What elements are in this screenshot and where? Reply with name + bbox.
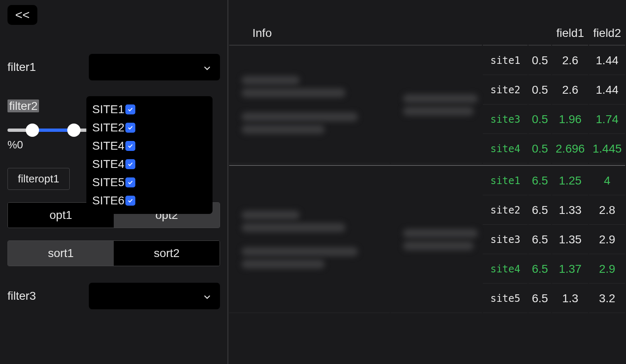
cell-field1: 1.35 [552, 226, 588, 254]
filter1-dropdown-panel: SITE1SITE2SITE4SITE4SITE5SITE6 [86, 96, 213, 214]
cell-site: site5 [483, 284, 528, 313]
dropdown-item-label: SITE4 [92, 158, 125, 171]
dropdown-item-label: SITE4 [92, 139, 125, 153]
table-row[interactable]: site10.52.61.44 [229, 46, 625, 75]
checkbox-checked-icon[interactable] [125, 104, 135, 114]
filter1-select[interactable] [89, 54, 220, 80]
info-cell [229, 46, 390, 163]
sort2-button[interactable]: sort2 [114, 241, 220, 266]
cell-field1: 1.25 [552, 167, 588, 195]
checkbox-checked-icon[interactable] [125, 141, 135, 151]
filter3-label: filter3 [7, 289, 82, 303]
group-separator [229, 164, 625, 166]
cell-site: site2 [483, 76, 528, 104]
cell-site: site1 [483, 167, 528, 195]
cell-field1: 2.6 [552, 76, 588, 104]
cell-v0: 6.5 [528, 196, 551, 225]
cell-field1: 1.96 [552, 105, 588, 134]
cell-site: site2 [483, 196, 528, 225]
cell-field1: 2.6 [552, 46, 588, 75]
cell-v0: 6.5 [528, 255, 551, 284]
table-header: Info field1 field2 [229, 22, 625, 46]
cell-field2: 2.8 [589, 196, 625, 225]
header-info: Info [229, 22, 482, 46]
sort1-button[interactable]: sort1 [8, 241, 114, 266]
info-cell [229, 167, 390, 313]
cell-v0: 6.5 [528, 226, 551, 254]
dropdown-item[interactable]: SITE5 [92, 173, 207, 192]
checkbox-checked-icon[interactable] [125, 177, 135, 187]
data-table: Info field1 field2 site10.52.61.44site20… [228, 21, 626, 314]
cell-site: site4 [483, 135, 528, 163]
cell-site: site1 [483, 46, 528, 75]
cell-field1: 2.696 [552, 135, 588, 163]
checkbox-checked-icon[interactable] [125, 196, 135, 206]
cell-field1: 1.3 [552, 284, 588, 313]
filter1-row: filter1 [7, 54, 220, 80]
cell-v0: 6.5 [528, 284, 551, 313]
dropdown-item[interactable]: SITE1 [92, 100, 207, 119]
cell-site: site4 [483, 255, 528, 284]
filter3-select[interactable] [89, 283, 220, 309]
dropdown-item[interactable]: SITE4 [92, 137, 207, 155]
collapse-sidebar-button[interactable]: << [7, 5, 37, 25]
header-site [483, 22, 528, 46]
cell-v0: 0.5 [528, 76, 551, 104]
cell-field2: 4 [589, 167, 625, 195]
cell-field2: 2.9 [589, 255, 625, 284]
sidebar: << filter1 filter2 %0 filteropt1 opt1 op… [0, 0, 228, 364]
cell-field2: 1.44 [589, 76, 625, 104]
cell-v0: 6.5 [528, 167, 551, 195]
dropdown-item-label: SITE6 [92, 194, 125, 207]
dropdown-item-label: SITE2 [92, 121, 125, 134]
checkbox-checked-icon[interactable] [125, 159, 135, 169]
table-row[interactable]: site16.51.254 [229, 167, 625, 195]
cell-site: site3 [483, 105, 528, 134]
cell-field2: 1.74 [589, 105, 625, 134]
info-cell-2 [391, 46, 482, 163]
sort-toggle-group: sort1 sort2 [7, 240, 220, 266]
filteropt1-chip[interactable]: filteropt1 [7, 168, 70, 190]
filter2-label: filter2 [7, 99, 39, 112]
chevron-down-icon [203, 291, 212, 301]
cell-site: site3 [483, 226, 528, 254]
cell-field2: 1.445 [589, 135, 625, 163]
checkbox-checked-icon[interactable] [125, 123, 135, 133]
header-field2: field2 [589, 22, 625, 46]
dropdown-item[interactable]: SITE6 [92, 192, 207, 210]
header-field1: field1 [552, 22, 588, 46]
info-cell-2 [391, 167, 482, 313]
cell-v0: 0.5 [528, 105, 551, 134]
filter1-label: filter1 [7, 61, 82, 74]
dropdown-item[interactable]: SITE4 [92, 155, 207, 173]
slider-thumb-min[interactable] [26, 124, 39, 137]
cell-field1: 1.37 [552, 255, 588, 284]
cell-v0: 0.5 [528, 46, 551, 75]
slider-thumb-max[interactable] [67, 124, 81, 137]
chevron-down-icon [203, 63, 212, 72]
header-v0 [528, 22, 551, 46]
cell-field2: 2.9 [589, 226, 625, 254]
filter3-row: filter3 [7, 283, 220, 309]
main-content: Info field1 field2 site10.52.61.44site20… [228, 0, 626, 364]
filter2-slider[interactable] [7, 124, 90, 136]
dropdown-item-label: SITE1 [92, 103, 125, 116]
dropdown-item[interactable]: SITE2 [92, 119, 207, 137]
cell-field2: 1.44 [589, 46, 625, 75]
cell-v0: 0.5 [528, 135, 551, 163]
dropdown-item-label: SITE5 [92, 176, 125, 189]
cell-field2: 3.2 [589, 284, 625, 313]
cell-field1: 1.33 [552, 196, 588, 225]
